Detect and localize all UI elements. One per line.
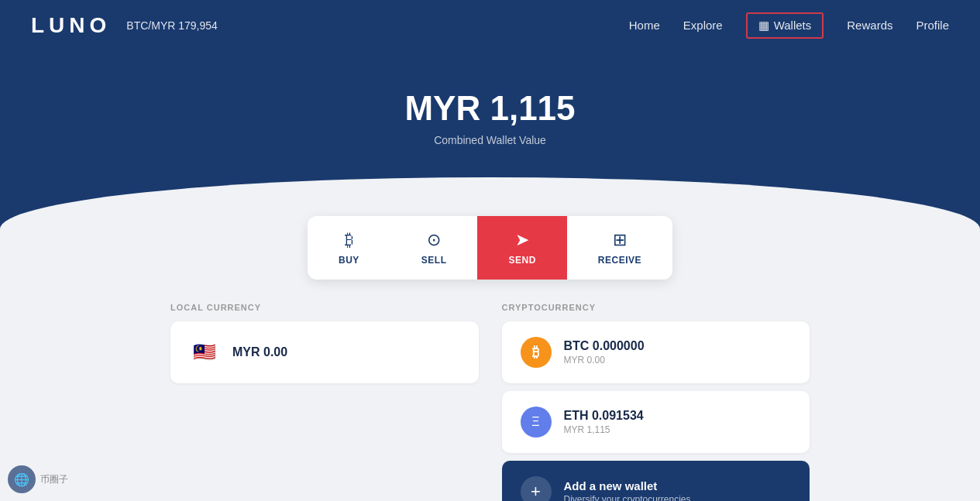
sell-button[interactable]: ⊙ SELL <box>390 216 478 280</box>
btc-info: BTC 0.000000 MYR 0.00 <box>564 339 645 365</box>
hero-section: MYR 1,115 Combined Wallet Value <box>0 50 980 239</box>
send-icon: ➤ <box>515 230 529 250</box>
logo[interactable]: LUNO <box>31 13 111 38</box>
receive-label: RECEIVE <box>598 255 641 266</box>
watermark-text: 币圈子 <box>40 473 68 486</box>
send-button[interactable]: ➤ SEND <box>477 216 566 280</box>
myr-icon: 🇲🇾 <box>189 337 220 368</box>
nav-home[interactable]: Home <box>629 19 660 32</box>
add-wallet-text: Add a new wallet Diversify your cryptocu… <box>564 479 691 502</box>
sell-label: SELL <box>421 255 447 266</box>
myr-amount: MYR 0.00 <box>232 345 287 359</box>
nav-profile[interactable]: Profile <box>916 19 949 32</box>
add-wallet-icon: + <box>521 476 552 501</box>
btc-value: MYR 0.00 <box>564 355 645 365</box>
add-wallet-secondary: Diversify your cryptocurrencies <box>564 494 691 502</box>
nav-wallets[interactable]: ▦ Wallets <box>746 12 824 39</box>
nav-rewards[interactable]: Rewards <box>847 19 892 32</box>
local-currency-section: LOCAL CURRENCY 🇲🇾 MYR 0.00 <box>170 303 479 501</box>
add-wallet-primary: Add a new wallet <box>564 479 691 492</box>
eth-amount: ETH 0.091534 <box>564 409 644 423</box>
btc-icon: ₿ <box>521 337 552 368</box>
hero-amount: MYR 1,115 <box>15 89 965 128</box>
buy-icon: ₿ <box>345 230 353 250</box>
sell-icon: ⊙ <box>427 230 441 250</box>
buy-button[interactable]: ₿ BUY <box>308 216 390 280</box>
send-label: SEND <box>508 255 535 266</box>
hero-label: Combined Wallet Value <box>15 134 965 146</box>
receive-icon: ⊞ <box>613 230 627 250</box>
eth-icon: Ξ <box>521 407 552 438</box>
local-currency-title: LOCAL CURRENCY <box>170 303 479 312</box>
header-nav: Home Explore ▦ Wallets Rewards Profile <box>629 12 949 39</box>
watermark: 🌐 币圈子 <box>8 465 68 493</box>
myr-info: MYR 0.00 <box>232 345 287 359</box>
eth-wallet-card[interactable]: Ξ ETH 0.091534 MYR 1,115 <box>502 391 810 453</box>
add-wallet-card[interactable]: + Add a new wallet Diversify your crypto… <box>502 461 810 501</box>
receive-button[interactable]: ⊞ RECEIVE <box>567 216 672 280</box>
btc-amount: BTC 0.000000 <box>564 339 645 353</box>
crypto-title: CRYPTOCURRENCY <box>502 303 810 312</box>
eth-info: ETH 0.091534 MYR 1,115 <box>564 409 644 435</box>
buy-label: BUY <box>339 255 359 266</box>
header: LUNO BTC/MYR 179,954 Home Explore ▦ Wall… <box>0 0 980 50</box>
action-bar: ₿ BUY ⊙ SELL ➤ SEND ⊞ RECEIVE <box>0 216 980 280</box>
action-card: ₿ BUY ⊙ SELL ➤ SEND ⊞ RECEIVE <box>308 216 672 280</box>
eth-value: MYR 1,115 <box>564 424 644 435</box>
watermark-icon: 🌐 <box>8 465 36 493</box>
btc-wallet-card[interactable]: ₿ BTC 0.000000 MYR 0.00 <box>502 321 810 383</box>
header-left: LUNO BTC/MYR 179,954 <box>31 13 218 38</box>
main-content: LOCAL CURRENCY 🇲🇾 MYR 0.00 CRYPTOCURRENC… <box>0 280 980 501</box>
myr-wallet-card[interactable]: 🇲🇾 MYR 0.00 <box>170 321 479 383</box>
crypto-section: CRYPTOCURRENCY ₿ BTC 0.000000 MYR 0.00 Ξ… <box>502 303 810 501</box>
wallets-icon: ▦ <box>758 19 769 33</box>
nav-explore[interactable]: Explore <box>683 19 723 32</box>
price-ticker: BTC/MYR 179,954 <box>126 19 218 32</box>
